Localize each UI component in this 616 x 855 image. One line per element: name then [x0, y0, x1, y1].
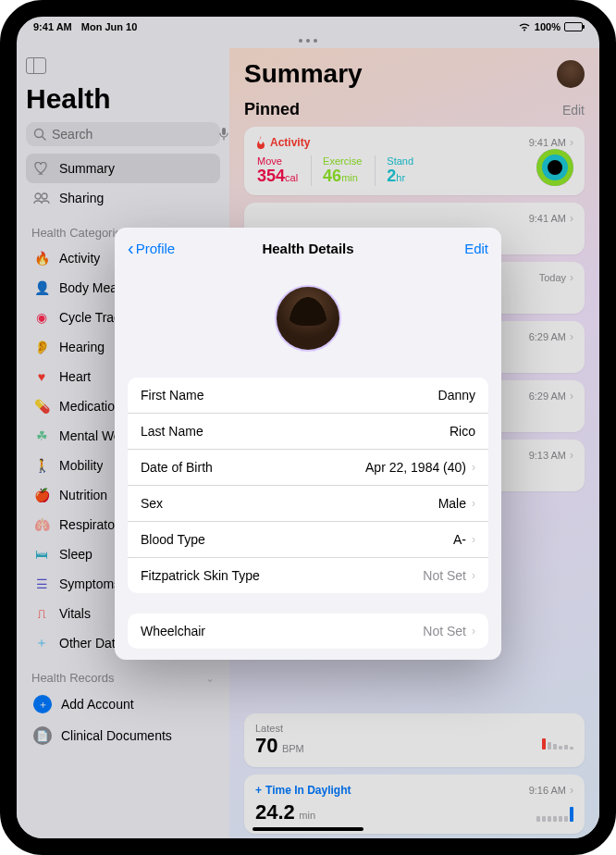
chevron-left-icon: ‹	[128, 239, 134, 257]
detail-row-last-name: Last Name Rico	[128, 414, 488, 450]
chevron-right-icon: ›	[472, 625, 475, 638]
detail-row-blood-type[interactable]: Blood Type A- ›	[128, 522, 488, 558]
detail-row-sex[interactable]: Sex Male ›	[128, 486, 488, 522]
detail-row-fitzpatrick-skin-type[interactable]: Fitzpatrick Skin Type Not Set ›	[128, 558, 488, 593]
wheelchair-row[interactable]: Wheelchair Not Set ›	[128, 613, 488, 649]
sheet-edit-button[interactable]: Edit	[464, 241, 488, 256]
profile-photo[interactable]	[275, 285, 341, 352]
chevron-right-icon: ›	[472, 461, 475, 474]
chevron-right-icon: ›	[472, 533, 475, 546]
detail-row-date-of-birth[interactable]: Date of Birth Apr 22, 1984 (40) ›	[128, 450, 488, 486]
detail-row-first-name: First Name Danny	[128, 378, 488, 414]
chevron-right-icon: ›	[472, 569, 475, 582]
wheelchair-group: Wheelchair Not Set ›	[128, 613, 488, 649]
back-button[interactable]: ‹ Profile	[128, 239, 175, 257]
health-details-sheet: ‹ Profile Health Details Edit First Name…	[115, 228, 501, 660]
sheet-title: Health Details	[262, 241, 353, 256]
chevron-right-icon: ›	[472, 497, 475, 510]
details-group: First Name Danny Last Name Rico Date of …	[128, 378, 488, 593]
device-frame: 9:41 AM Mon Jun 10 100% Health	[0, 0, 616, 855]
